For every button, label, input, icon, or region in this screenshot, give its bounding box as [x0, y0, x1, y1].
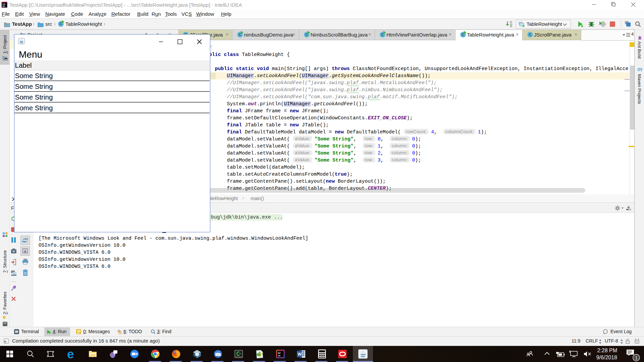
svg-text:W: W [298, 352, 302, 357]
svg-text:1: 1 [635, 355, 638, 360]
svg-text:01: 01 [510, 25, 513, 27]
svg-text:IJ: IJ [278, 351, 281, 355]
